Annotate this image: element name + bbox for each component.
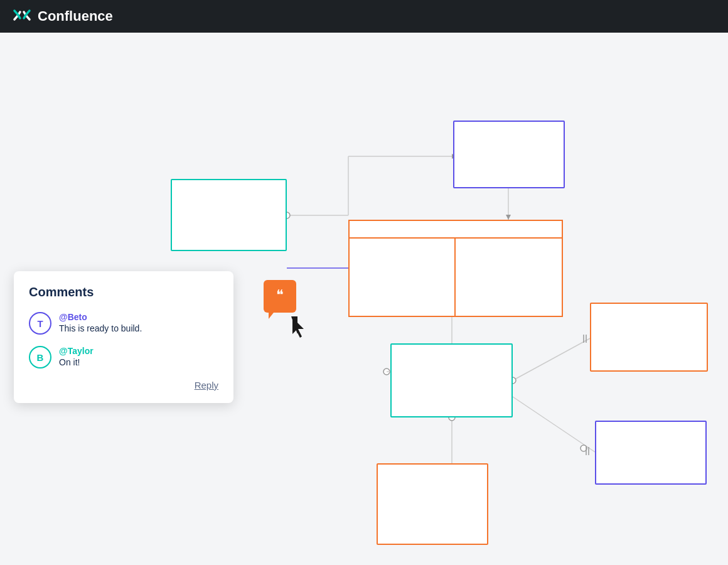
diagram-box-teal-1[interactable]	[171, 179, 287, 251]
confluence-logo: Confluence	[13, 6, 113, 28]
comment-item-beto: T @Beto This is ready to build.	[29, 312, 218, 335]
box-col-left	[350, 239, 456, 316]
comments-panel: Comments T @Beto This is ready to build.…	[14, 271, 233, 403]
diagram-box-purple-1[interactable]	[453, 121, 565, 188]
quote-icon: ❝	[276, 288, 284, 302]
comment-body-beto: @Beto This is ready to build.	[59, 312, 142, 335]
topbar: Confluence	[0, 0, 728, 33]
box-header-stripe	[350, 221, 562, 239]
svg-point-18	[581, 445, 587, 451]
comment-item-taylor: B @Taylor On it!	[29, 346, 218, 369]
comment-pin[interactable]: ❝	[264, 280, 296, 313]
box-body-row	[350, 239, 562, 316]
avatar-taylor: B	[29, 346, 51, 369]
comment-text-beto: This is ready to build.	[59, 323, 142, 333]
comment-body-taylor: @Taylor On it!	[59, 346, 94, 369]
comments-title: Comments	[29, 285, 218, 299]
diagram-box-teal-2[interactable]	[390, 343, 513, 417]
svg-marker-6	[506, 215, 511, 220]
diagram-box-orange-2[interactable]	[377, 463, 488, 545]
diagram-box-orange-divided[interactable]	[348, 220, 563, 317]
username-taylor: @Taylor	[59, 346, 94, 356]
username-beto: @Beto	[59, 312, 142, 322]
confluence-icon	[13, 6, 31, 28]
diagram-box-orange-1[interactable]	[590, 303, 708, 372]
avatar-beto: T	[29, 312, 51, 335]
app-title: Confluence	[38, 8, 113, 24]
content-area: ❝ Comments T @Beto This is ready to buil…	[0, 33, 728, 565]
svg-line-11	[513, 338, 590, 380]
diagram-box-purple-2[interactable]	[595, 421, 707, 485]
reply-button[interactable]: Reply	[29, 380, 218, 390]
comment-text-taylor: On it!	[59, 357, 94, 367]
svg-point-9	[383, 369, 390, 375]
svg-line-17	[513, 397, 595, 452]
